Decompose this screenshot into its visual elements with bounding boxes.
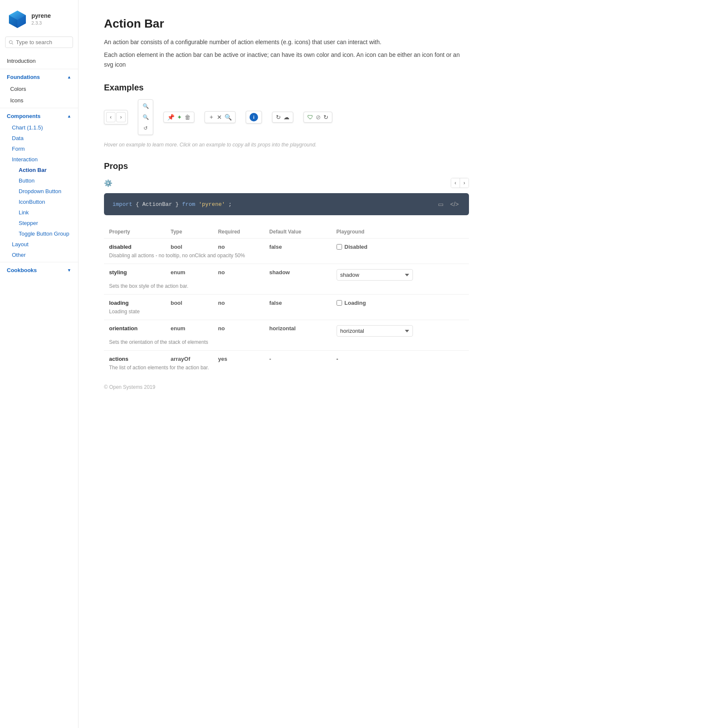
col-required: Required <box>213 225 264 239</box>
disabled-checkbox-label[interactable]: Disabled <box>337 244 464 250</box>
logo-version: 2.3.3 <box>31 20 42 25</box>
prop-desc-orientation: Sets the orientation of the stack of ele… <box>104 338 469 351</box>
props-header: ⚙️ ‹ › <box>104 178 469 188</box>
prop-name-disabled: disabled <box>104 239 166 252</box>
description-1: An action bar consists of a configurable… <box>104 37 469 47</box>
logo-area: pyrene 2.3.3 <box>0 0 78 33</box>
example-rotate-btn[interactable]: ↺ <box>141 124 150 133</box>
search-box[interactable] <box>5 37 73 48</box>
disabled-checkbox[interactable] <box>337 244 342 250</box>
prop-type-actions: arrayOf <box>166 351 213 364</box>
prop-playground-disabled: Disabled <box>331 239 469 252</box>
examples-hint: Hover on example to learn more. Click on… <box>104 142 469 148</box>
table-row: styling enum no shadow shadow none <box>104 264 469 283</box>
prop-type-orientation: enum <box>166 320 213 339</box>
example-prev-btn[interactable]: ‹ <box>106 112 115 122</box>
svg-point-4 <box>9 40 12 43</box>
sidebar-item-layout[interactable]: Layout <box>0 239 78 250</box>
sidebar-item-button[interactable]: Button <box>3 175 78 186</box>
code-actions: ▭ </> <box>436 200 460 208</box>
prop-playground-styling: shadow none <box>331 264 469 283</box>
prop-default-loading: false <box>264 295 331 308</box>
table-row: disabled bool no false Disabled <box>104 239 469 252</box>
props-prev-btn[interactable]: ‹ <box>451 178 460 188</box>
example-close-icon[interactable]: ✕ <box>217 114 222 121</box>
example-zoom-level-btn[interactable]: 🔍 <box>141 112 150 122</box>
example-search2-icon[interactable]: 🔍 <box>225 114 232 121</box>
prop-default-orientation: horizontal <box>264 320 331 339</box>
prop-required-disabled: no <box>213 239 264 252</box>
logo-name: pyrene <box>31 12 51 19</box>
footer: © Open Systems 2019 <box>104 376 469 399</box>
sidebar-item-cookbooks[interactable]: Cookbooks ▼ <box>0 264 78 276</box>
props-next-btn[interactable]: › <box>460 178 469 188</box>
sidebar-item-form[interactable]: Form <box>0 143 78 154</box>
example-refresh-bar: ↻ ☁ <box>272 112 293 123</box>
orientation-select[interactable]: horizontal vertical <box>337 325 413 337</box>
toggle-code-btn[interactable]: </> <box>449 200 460 208</box>
prop-required-actions: yes <box>213 351 264 364</box>
example-colored-bar: 📌 ✦ 🗑 <box>163 112 194 123</box>
props-title: Props <box>104 161 469 171</box>
page-title: Action Bar <box>104 17 469 31</box>
props-table-header: Property Type Required Default Value Pla… <box>104 225 469 239</box>
table-row: loading bool no false Loading <box>104 295 469 308</box>
loading-checkbox[interactable] <box>337 300 342 306</box>
chevron-down-icon: ▼ <box>67 268 71 273</box>
example-shield-bar: 🛡 ⊘ ↻ <box>303 112 332 123</box>
sidebar-item-iconbutton[interactable]: IconButton <box>3 197 78 207</box>
copy-code-btn[interactable]: ▭ <box>436 200 445 208</box>
refresh2-icon[interactable]: ↻ <box>323 114 328 121</box>
sidebar-item-other[interactable]: Other <box>0 250 78 260</box>
nav-divider-3 <box>0 262 78 262</box>
info-icon[interactable]: i <box>250 113 258 121</box>
sidebar-item-icons[interactable]: Icons <box>0 95 78 106</box>
sidebar-item-components[interactable]: Components ▲ <box>0 110 78 122</box>
prop-type-styling: enum <box>166 264 213 283</box>
settings-icon[interactable]: ⚙️ <box>104 180 112 187</box>
share-icon[interactable]: ✦ <box>177 114 182 121</box>
nav-divider-2 <box>0 108 78 108</box>
table-row: The list of action elements for the acti… <box>104 364 469 376</box>
cloud-icon[interactable]: ☁ <box>284 114 289 121</box>
prop-required-orientation: no <box>213 320 264 339</box>
sidebar-item-data[interactable]: Data <box>0 133 78 143</box>
sidebar-item-foundations[interactable]: Foundations ▲ <box>0 71 78 83</box>
sidebar-item-chart[interactable]: Chart (1.1.5) <box>0 122 78 133</box>
search-input[interactable] <box>16 39 69 45</box>
sidebar-item-link[interactable]: Link <box>3 207 78 218</box>
example-zoom-in-btn[interactable]: 🔍 <box>141 101 150 111</box>
col-type: Type <box>166 225 213 239</box>
example-plus-icon[interactable]: ＋ <box>208 113 214 121</box>
shield-alert-icon[interactable]: ⊘ <box>316 114 321 121</box>
pin-icon[interactable]: 📌 <box>167 114 174 121</box>
sidebar-item-action-bar[interactable]: Action Bar <box>3 165 78 175</box>
loading-checkbox-label[interactable]: Loading <box>337 300 464 306</box>
code-block: import { ActionBar } from 'pyrene' ; ▭ <… <box>104 193 469 215</box>
example-nav-bar: ‹ › <box>104 110 128 124</box>
examples-title: Examples <box>104 83 469 93</box>
prop-desc-loading: Loading state <box>104 308 469 320</box>
shield-ok-icon[interactable]: 🛡 <box>307 114 313 121</box>
table-row: orientation enum no horizontal horizonta… <box>104 320 469 339</box>
trash-icon[interactable]: 🗑 <box>185 114 191 121</box>
example-next-btn[interactable]: › <box>116 112 126 122</box>
svg-line-5 <box>12 43 13 44</box>
prop-type-loading: bool <box>166 295 213 308</box>
sidebar-item-dropdown-button[interactable]: Dropdown Button <box>3 186 78 197</box>
sidebar-item-interaction[interactable]: Interaction <box>0 154 78 165</box>
sidebar: pyrene 2.3.3 Introduction Foundations ▲ … <box>0 0 79 728</box>
sidebar-item-stepper[interactable]: Stepper <box>3 218 78 228</box>
prop-default-disabled: false <box>264 239 331 252</box>
sidebar-item-colors[interactable]: Colors <box>0 83 78 95</box>
prop-playground-actions: - <box>331 351 469 364</box>
prop-required-loading: no <box>213 295 264 308</box>
sidebar-item-toggle-button-group[interactable]: Toggle Button Group <box>3 228 78 239</box>
table-row: Loading state <box>104 308 469 320</box>
example-info-bar: i <box>246 111 262 124</box>
prop-playground-orientation: horizontal vertical <box>331 320 469 339</box>
refresh-icon[interactable]: ↻ <box>276 114 281 121</box>
prop-desc-styling: Sets the box style of the action bar. <box>104 282 469 295</box>
styling-select[interactable]: shadow none <box>337 269 413 281</box>
sidebar-item-introduction[interactable]: Introduction <box>0 55 78 67</box>
